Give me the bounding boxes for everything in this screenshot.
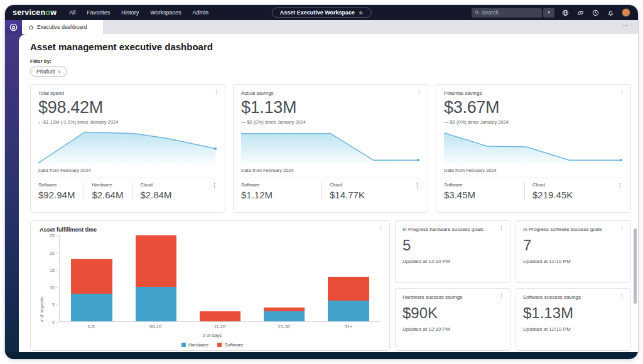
kpi-value: $1.13M [241,98,420,117]
goal-value: 5 [403,237,503,254]
trend-chart-total-spend [38,129,217,164]
breakdown-value: $1.12M [241,190,313,200]
breakdown-label: Cloud [330,182,365,188]
filter-by-label: Filter by: [30,58,627,64]
product-filter-dropdown[interactable]: Product ∨ [30,67,67,77]
servicenow-logo[interactable]: servicenow [13,8,57,17]
breakdown-label: Cloud [532,182,573,188]
trend-flat-icon: — [444,119,449,125]
goal-title: Software success savings [523,294,624,300]
stacked-bar-21-30[interactable] [264,308,305,321]
delta-text: $0 (0%) since January 2024 [247,119,306,125]
kebab-menu-icon[interactable]: ⋮ [499,293,504,299]
bell-icon[interactable] [607,9,615,17]
plot-area [59,235,381,322]
breakdown-value: $92.94M [38,190,75,200]
bar-segment-hardware[interactable] [136,287,176,321]
bar-segment-software[interactable] [328,277,369,301]
kpi-value: $3.67M [444,98,623,117]
user-avatar[interactable] [622,8,630,17]
kpi-row: Total spend ⋮ $98.42M ↓ -$1.12M (-1.1%) … [30,84,631,213]
link-icon[interactable] [576,9,585,17]
stacked-bar-0-5[interactable] [71,259,112,321]
trend-chart-potential-savings [444,129,623,164]
search-field[interactable] [472,8,542,18]
app-window: servicenow All Favorites History Workspa… [5,5,638,359]
kebab-menu-icon[interactable]: ⋮ [414,182,420,188]
x-tick-label: 11-20 [188,324,252,329]
kebab-menu-icon[interactable]: ⋮ [619,89,625,95]
bar-segment-software[interactable] [200,311,240,321]
trend-end-dot [214,147,217,150]
workspace-title-pill[interactable]: Asset Executive Workspace ☆ [272,8,372,18]
trend-flat-icon: — [241,119,246,125]
x-tick-label: 21-30 [252,324,316,329]
kebab-menu-icon[interactable]: ⋮ [619,293,625,299]
kebab-menu-icon[interactable]: ⋮ [378,225,384,231]
y-tick-label: 0 [52,320,55,324]
bar-segment-hardware[interactable] [71,294,112,321]
kebab-menu-icon[interactable]: ⋮ [212,182,217,188]
card-software-goals: In Progress software success goals ⋮ 7 U… [516,220,631,283]
breakdown-value: $219.45K [532,190,573,200]
top-navbar: servicenow All Favorites History Workspa… [5,5,638,20]
page-title: Asset management executive dashboard [30,41,627,52]
asset-fulfillment-card: Asset fulfillment time ⋮ # of requests 0… [30,220,390,351]
breakdown-cloud: Cloud $14.77K [322,182,374,200]
breakdown-label: Hardware [92,182,123,188]
trend-down-icon: ↓ [38,119,41,125]
favorite-star-icon[interactable]: ☆ [359,10,363,16]
nav-item-favorites[interactable]: Favorites [87,9,110,16]
globe-icon[interactable] [561,9,570,17]
bar-segment-software[interactable] [136,235,176,287]
kebab-menu-icon[interactable]: ⋮ [416,89,422,95]
stacked-bar-11-20[interactable] [200,311,240,321]
breakdown-software: Software $3.45M [444,182,524,200]
tab-overflow-ellipsis[interactable]: ⋯ [622,22,629,29]
bar-segment-hardware[interactable] [264,311,305,321]
breakdown-label: Software [38,182,75,188]
x-axis-labels: 0-506-1011-2021-3031+ [59,324,381,329]
data-note: Data from February 2024 [38,168,217,173]
kebab-menu-icon[interactable]: ⋮ [499,225,504,231]
stacked-bar-31+[interactable] [328,277,369,321]
card-hardware-goals: In Progress hardware success goals ⋮ 5 U… [395,220,511,283]
tab-executive-dashboard[interactable]: Executive dashboard [22,20,103,34]
legend-label: Software [224,342,243,348]
home-icon [9,23,18,31]
goal-cards-grid: In Progress hardware success goals ⋮ 5 U… [395,220,631,351]
x-axis-title: # of days [44,333,381,338]
kpi-title: Actual savings [241,90,420,96]
kpi-card-actual-savings: Actual savings ⋮ $1.13M — $0 (0%) since … [233,84,428,213]
legend-item-hardware[interactable]: Hardware [181,342,209,348]
chart-title: Asset fulfillment time [40,227,381,233]
home-button[interactable] [5,20,22,34]
search-scope-dropdown[interactable]: ▾ [543,8,554,18]
x-tick-label: 0-5 [59,324,123,329]
kebab-menu-icon[interactable]: ⋮ [617,182,623,188]
tab-label: Executive dashboard [37,24,87,30]
stacked-bar-06-10[interactable] [136,235,176,321]
bar-segment-hardware[interactable] [328,301,369,321]
nav-item-all[interactable]: All [69,9,75,16]
kebab-menu-icon[interactable]: ⋮ [213,89,219,95]
nav-item-admin[interactable]: Admin [193,9,209,16]
nav-item-history[interactable]: History [121,9,139,16]
bar-segment-software[interactable] [264,308,305,311]
bar-segment-software[interactable] [71,259,112,294]
nav-item-workspaces[interactable]: Workspaces [150,9,181,16]
asset-fulfillment-chart: # of requests 0510152025 0-506-1011-2021… [40,235,381,348]
search-input[interactable] [482,9,539,16]
vertical-scrollbar[interactable] [634,228,637,304]
clock-icon[interactable] [592,9,600,17]
search-icon [475,10,479,15]
goal-value: 7 [523,237,624,254]
logo-text-end: w [50,8,57,17]
goal-updated: Updated at 12:10 PM [403,259,503,264]
kpi-breakdown: Software $3.45M Cloud $219.45K ⋮ [444,178,623,200]
chevron-down-icon: ∨ [58,69,61,74]
kebab-menu-icon[interactable]: ⋮ [619,225,625,231]
bottom-row: Asset fulfillment time ⋮ # of requests 0… [30,220,631,351]
legend-item-software[interactable]: Software [217,342,243,348]
goal-title: In Progress hardware success goals [403,227,503,232]
